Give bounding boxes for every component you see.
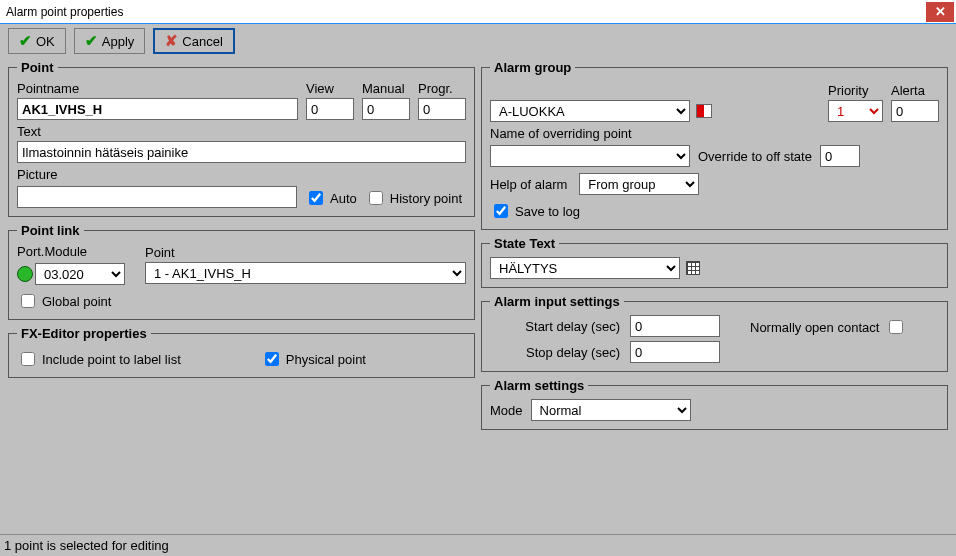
priority-select[interactable]: 1: [828, 100, 883, 122]
view-label: View: [306, 81, 354, 96]
text-label: Text: [17, 124, 466, 139]
alarmsettings-legend: Alarm settings: [490, 378, 588, 393]
mode-select[interactable]: Normal: [531, 399, 691, 421]
alerta-label: Alerta: [891, 83, 939, 98]
apply-button[interactable]: ✔ Apply: [74, 28, 146, 54]
portmodule-label: Port.Module: [17, 244, 137, 259]
alarminput-legend: Alarm input settings: [490, 294, 624, 309]
window-title: Alarm point properties: [0, 5, 123, 19]
left-column: Point Pointname View Manual Progr.: [8, 60, 475, 430]
check-icon: ✔: [85, 32, 98, 50]
statetext-group: State Text HÄLYTYS: [481, 236, 948, 288]
cancel-label: Cancel: [182, 34, 222, 49]
help-label: Help of alarm: [490, 177, 567, 192]
noc-label: Normally open contact: [750, 320, 879, 335]
override-state-label: Override to off state: [698, 149, 812, 164]
override-state-input[interactable]: [820, 145, 860, 167]
mode-label: Mode: [490, 403, 523, 418]
flag-icon[interactable]: [696, 104, 712, 118]
history-checkbox-wrap[interactable]: History point: [365, 188, 462, 208]
close-icon: ✕: [935, 4, 946, 19]
progr-label: Progr.: [418, 81, 466, 96]
include-checkbox-wrap[interactable]: Include point to label list: [17, 349, 181, 369]
auto-checkbox-wrap[interactable]: Auto: [305, 188, 357, 208]
savelog-checkbox-wrap[interactable]: Save to log: [490, 201, 939, 221]
override-name-label: Name of overriding point: [490, 126, 939, 141]
pointlink-point-label: Point: [145, 245, 466, 260]
point-legend: Point: [17, 60, 58, 75]
statetext-select[interactable]: HÄLYTYS: [490, 257, 680, 279]
alarmgroup-select[interactable]: A-LUOKKA: [490, 100, 690, 122]
noc-checkbox-wrap[interactable]: Normally open contact: [750, 317, 906, 337]
override-name-select[interactable]: [490, 145, 690, 167]
history-label: History point: [390, 191, 462, 206]
toolbar: ✔ OK ✔ Apply ✘ Cancel: [0, 24, 956, 58]
fx-group: FX-Editor properties Include point to la…: [8, 326, 475, 378]
port-icon: [17, 266, 33, 282]
close-button[interactable]: ✕: [926, 2, 954, 22]
alarmgroup-group: Alarm group A-LUOKKA Priority 1: [481, 60, 948, 230]
pointname-label: Pointname: [17, 81, 298, 96]
pointname-input[interactable]: [17, 98, 298, 120]
point-group: Point Pointname View Manual Progr.: [8, 60, 475, 217]
alerta-input[interactable]: [891, 100, 939, 122]
check-icon: ✔: [19, 32, 32, 50]
priority-label: Priority: [828, 83, 883, 98]
stopdelay-input[interactable]: [630, 341, 720, 363]
alarmgroup-legend: Alarm group: [490, 60, 575, 75]
titlebar: Alarm point properties ✕: [0, 0, 956, 24]
fx-legend: FX-Editor properties: [17, 326, 151, 341]
global-checkbox-wrap[interactable]: Global point: [17, 291, 466, 311]
global-label: Global point: [42, 294, 111, 309]
physical-label: Physical point: [286, 352, 366, 367]
pointlink-legend: Point link: [17, 223, 84, 238]
progr-input[interactable]: [418, 98, 466, 120]
alarmgroup-spacer: [490, 81, 820, 96]
picture-input[interactable]: [17, 186, 297, 208]
alarmsettings-group: Alarm settings Mode Normal: [481, 378, 948, 430]
manual-input[interactable]: [362, 98, 410, 120]
cross-icon: ✘: [165, 32, 178, 50]
include-label: Include point to label list: [42, 352, 181, 367]
portmodule-select[interactable]: 03.020: [35, 263, 125, 285]
ok-button[interactable]: ✔ OK: [8, 28, 66, 54]
status-text: 1 point is selected for editing: [4, 538, 169, 553]
savelog-label: Save to log: [515, 204, 580, 219]
include-checkbox[interactable]: [21, 352, 35, 366]
physical-checkbox-wrap[interactable]: Physical point: [261, 349, 366, 369]
physical-checkbox[interactable]: [265, 352, 279, 366]
auto-checkbox[interactable]: [309, 191, 323, 205]
grid-icon[interactable]: [686, 261, 700, 275]
history-checkbox[interactable]: [369, 191, 383, 205]
statetext-legend: State Text: [490, 236, 559, 251]
text-input[interactable]: [17, 141, 466, 163]
help-select[interactable]: From group: [579, 173, 699, 195]
global-checkbox[interactable]: [21, 294, 35, 308]
pointlink-group: Point link Port.Module 03.020 Point 1 - …: [8, 223, 475, 320]
auto-label: Auto: [330, 191, 357, 206]
noc-checkbox[interactable]: [889, 320, 903, 334]
pointlink-point-select[interactable]: 1 - AK1_IVHS_H: [145, 262, 466, 284]
picture-label: Picture: [17, 167, 466, 182]
stopdelay-label: Stop delay (sec): [490, 345, 620, 360]
right-column: Alarm group A-LUOKKA Priority 1: [481, 60, 948, 430]
ok-label: OK: [36, 34, 55, 49]
apply-label: Apply: [102, 34, 135, 49]
startdelay-label: Start delay (sec): [490, 319, 620, 334]
statusbar: 1 point is selected for editing: [0, 534, 956, 556]
alarminput-group: Alarm input settings Start delay (sec) N…: [481, 294, 948, 372]
startdelay-input[interactable]: [630, 315, 720, 337]
view-input[interactable]: [306, 98, 354, 120]
cancel-button[interactable]: ✘ Cancel: [153, 28, 234, 54]
savelog-checkbox[interactable]: [494, 204, 508, 218]
manual-label: Manual: [362, 81, 410, 96]
